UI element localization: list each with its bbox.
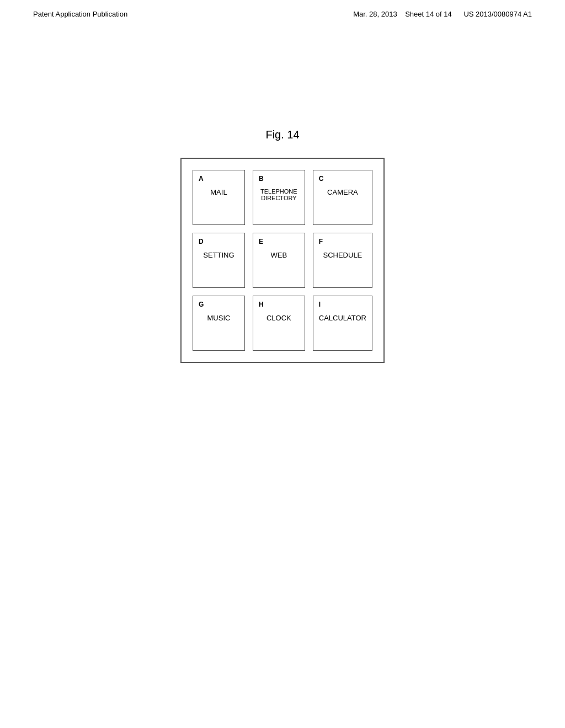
page-header: Patent Application Publication Mar. 28, … [0,0,565,18]
cell-letter-b: B [259,175,264,183]
cell-label-g: MUSIC [199,314,239,322]
cell-letter-g: G [199,301,204,308]
cell-label-i: CALCULATOR [319,314,366,322]
grid-cell-h[interactable]: HCLOCK [253,296,305,351]
grid-cell-g[interactable]: GMUSIC [193,296,245,351]
header-patent: US 2013/0080974 A1 [463,10,532,18]
cell-letter-h: H [259,301,264,308]
cell-label-f: SCHEDULE [319,251,366,259]
cell-letter-a: A [199,175,204,183]
cell-letter-e: E [259,238,263,245]
grid-cell-a[interactable]: AMAIL [193,170,245,225]
cell-label-b: TELEPHONE DIRECTORY [259,188,299,201]
cell-letter-c: C [319,175,324,183]
app-grid-container: AMAILBTELEPHONE DIRECTORYCCAMERADSETTING… [180,158,385,363]
cell-letter-d: D [199,238,204,245]
cell-label-d: SETTING [199,251,239,259]
header-right: Mar. 28, 2013 Sheet 14 of 14 US 2013/008… [353,10,532,18]
grid-cell-c[interactable]: CCAMERA [313,170,372,225]
grid-cell-b[interactable]: BTELEPHONE DIRECTORY [253,170,305,225]
header-left: Patent Application Publication [33,10,127,18]
cell-label-c: CAMERA [319,188,366,196]
cell-label-e: WEB [259,251,299,259]
grid-cell-f[interactable]: FSCHEDULE [313,233,372,288]
cell-letter-f: F [319,238,323,245]
grid-cell-d[interactable]: DSETTING [193,233,245,288]
grid-cell-i[interactable]: ICALCULATOR [313,296,372,351]
cell-letter-i: I [319,301,321,308]
cell-label-a: MAIL [199,188,239,196]
figure-title: Fig. 14 [0,129,565,141]
header-date: Mar. 28, 2013 [353,10,397,18]
header-sheet: Sheet 14 of 14 [405,10,452,18]
grid-cell-e[interactable]: EWEB [253,233,305,288]
app-grid: AMAILBTELEPHONE DIRECTORYCCAMERADSETTING… [193,170,372,351]
cell-label-h: CLOCK [259,314,299,322]
